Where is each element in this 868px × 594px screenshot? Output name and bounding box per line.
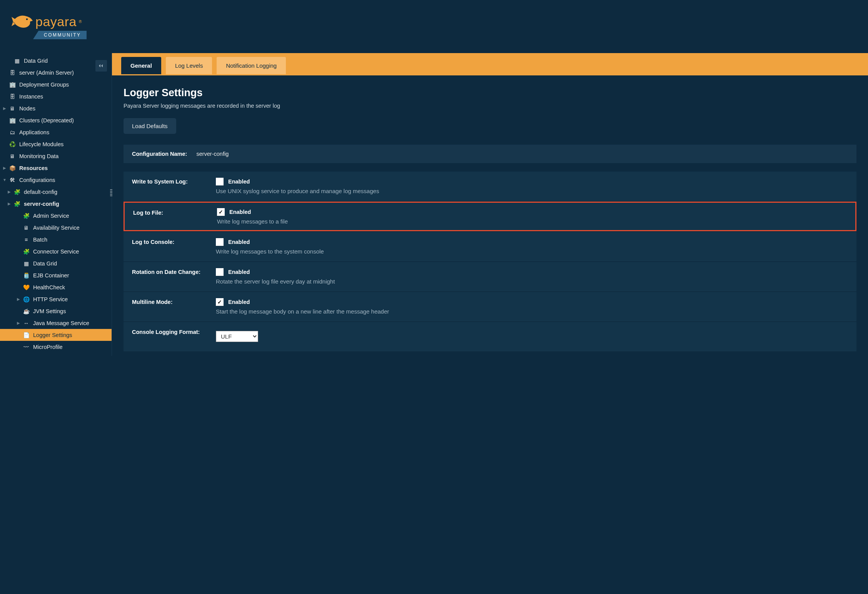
sidebar-item-jvm-settings[interactable]: ☕JVM Settings	[0, 305, 112, 317]
enabled-label: Enabled	[228, 299, 250, 305]
checkbox[interactable]	[216, 238, 224, 246]
sidebar-collapse-button[interactable]	[95, 60, 107, 72]
sidebar-item-nodes[interactable]: ▶🖥Nodes	[0, 102, 112, 114]
checkbox[interactable]: ✓	[216, 298, 224, 306]
sidebar-item-logger-settings[interactable]: 📄Logger Settings	[0, 329, 112, 341]
sidebar-item-healthcheck[interactable]: 🧡HealthCheck	[0, 281, 112, 293]
sidebar-item-monitoring-data[interactable]: 🖥Monitoring Data	[0, 150, 112, 162]
setting-value: EnabledRotate the server log file every …	[212, 262, 856, 291]
checkbox[interactable]: ✓	[217, 208, 225, 216]
sidebar-item-label: server-config	[24, 201, 59, 207]
tree-arrow-icon: ▶	[16, 297, 21, 301]
setting-row-multiline-mode-: Multiline Mode:✓EnabledStart the log mes…	[124, 292, 856, 321]
sidebar-item-label: Data Grid	[33, 260, 57, 267]
sidebar-item-deployment-groups[interactable]: 🏢Deployment Groups	[0, 78, 112, 90]
tree-node-icon: ≡	[22, 237, 30, 243]
tree-node-icon: ♻️	[8, 141, 16, 147]
tree-node-icon: 🗂	[8, 129, 16, 135]
sidebar-item-label: Data Grid	[24, 58, 48, 64]
sidebar-item-batch[interactable]: ≡Batch	[0, 234, 112, 245]
sidebar-item-microprofile[interactable]: 〰MicroProfile	[0, 341, 112, 353]
sidebar-item-label: Lifecycle Modules	[19, 141, 63, 147]
sidebar-item-http-service[interactable]: ▶🌐HTTP Service	[0, 293, 112, 305]
setting-description: Use UNIX syslog service to produce and m…	[216, 188, 853, 194]
sidebar-item-server-config[interactable]: ▶🧩server-config	[0, 198, 112, 210]
tree-node-icon: 📦	[8, 165, 16, 171]
tree-node-icon: ▦	[22, 260, 30, 267]
header-bar: payara ® COMMUNITY	[0, 0, 868, 53]
tree-node-icon: 🏢	[8, 117, 16, 123]
sidebar-item-label: Configurations	[19, 177, 55, 183]
setting-value: EnabledWrite log messages to the system …	[212, 232, 856, 261]
sidebar-item-label: server (Admin Server)	[19, 70, 74, 76]
tree-node-icon: ▦	[13, 58, 21, 64]
enabled-label: Enabled	[228, 179, 250, 185]
sidebar-item-label: Applications	[19, 129, 49, 135]
sidebar-item-admin-service[interactable]: 🧩Admin Service	[0, 210, 112, 222]
tree-arrow-icon: ▶	[7, 202, 12, 206]
sidebar-item-label: Java Message Service	[33, 320, 89, 326]
config-name-label: Configuration Name:	[132, 151, 187, 157]
sidebar-item-resources[interactable]: ▶📦Resources	[0, 162, 112, 174]
tree-node-icon: 🧩	[22, 213, 30, 219]
console-logging-format-select[interactable]: ULF	[216, 331, 258, 342]
sidebar-item-label: HTTP Service	[33, 296, 68, 302]
sidebar-resize-handle[interactable]	[110, 189, 112, 196]
sidebar-item-applications[interactable]: 🗂Applications	[0, 126, 112, 138]
config-name-bar: Configuration Name: server-config	[124, 145, 856, 163]
tree-node-icon: 🌐	[22, 296, 30, 302]
tree-node-icon: 🖥	[22, 225, 30, 231]
setting-value: EnabledUse UNIX syslog service to produc…	[212, 172, 856, 200]
sidebar-item-label: Deployment Groups	[19, 82, 69, 88]
checkbox[interactable]	[216, 268, 224, 276]
tree-arrow-icon: ▶	[16, 321, 21, 325]
tree-node-icon: 🖥	[8, 153, 16, 159]
sidebar-item-server-admin-server-[interactable]: 🗄server (Admin Server)	[0, 67, 112, 78]
sidebar-item-label: Resources	[19, 165, 48, 171]
sidebar-item-connector-service[interactable]: 🧩Connector Service	[0, 245, 112, 257]
enabled-label: Enabled	[228, 269, 250, 275]
load-defaults-button[interactable]: Load Defaults	[124, 118, 176, 134]
sidebar-item-java-message-service[interactable]: ▶↔Java Message Service	[0, 317, 112, 329]
sidebar-item-default-config[interactable]: ▶🧩default-config	[0, 186, 112, 198]
sidebar-item-label: Instances	[19, 93, 43, 100]
tab-notification-logging[interactable]: Notification Logging	[217, 57, 286, 74]
tree-node-icon: 〰	[22, 344, 30, 350]
setting-label: Log to File:	[125, 203, 213, 230]
setting-row-rotation-on-date-change-: Rotation on Date Change:EnabledRotate th…	[124, 262, 856, 291]
setting-label: Multiline Mode:	[124, 292, 212, 321]
sidebar-item-label: Availability Service	[33, 225, 80, 231]
page-title: Logger Settings	[124, 87, 856, 99]
sidebar-item-clusters-deprecated-[interactable]: 🏢Clusters (Deprecated)	[0, 114, 112, 126]
sidebar-item-data-grid[interactable]: ▦Data Grid	[0, 257, 112, 269]
sidebar-item-instances[interactable]: 🗄Instances	[0, 90, 112, 102]
tree-arrow-icon: ▶	[7, 190, 12, 194]
setting-value: ✓EnabledStart the log message body on a …	[212, 292, 856, 321]
tab-general[interactable]: General	[121, 57, 161, 74]
setting-row-console-logging-format-: Console Logging Format:ULF	[124, 322, 856, 351]
page-subtitle: Payara Server logging messages are recor…	[124, 103, 856, 109]
setting-description: Write log messages to the system console	[216, 248, 853, 255]
setting-description: Start the log message body on a new line…	[216, 308, 853, 315]
sidebar-item-label: JVM Settings	[33, 308, 66, 314]
sidebar-item-configurations[interactable]: ▼🛠Configurations	[0, 174, 112, 186]
sidebar-item-availability-service[interactable]: 🖥Availability Service	[0, 222, 112, 234]
tree-arrow-icon: ▼	[2, 178, 7, 182]
sidebar-item-ejb-container[interactable]: 🫙EJB Container	[0, 269, 112, 281]
setting-description: Rotate the server log file every day at …	[216, 278, 853, 285]
checkbox[interactable]	[216, 178, 224, 185]
registered-mark: ®	[79, 20, 82, 24]
sidebar-item-label: Clusters (Deprecated)	[19, 117, 74, 123]
setting-value: ✓EnabledWrite log messages to a file	[213, 203, 855, 230]
sidebar-item-lifecycle-modules[interactable]: ♻️Lifecycle Modules	[0, 138, 112, 150]
brand-name: payara	[35, 14, 77, 29]
sidebar-item-label: Connector Service	[33, 249, 79, 255]
tab-log-levels[interactable]: Log Levels	[166, 57, 212, 74]
tree-arrow-icon: ▶	[2, 106, 7, 110]
sidebar-item-data-grid[interactable]: ▦Data Grid	[0, 55, 112, 67]
brand-logo: payara ® COMMUNITY	[12, 14, 87, 39]
svg-point-0	[26, 18, 28, 20]
setting-row-log-to-file-: Log to File:✓EnabledWrite log messages t…	[124, 202, 856, 231]
sidebar-item-label: default-config	[24, 189, 57, 195]
tree-node-icon: ☕	[22, 308, 30, 314]
